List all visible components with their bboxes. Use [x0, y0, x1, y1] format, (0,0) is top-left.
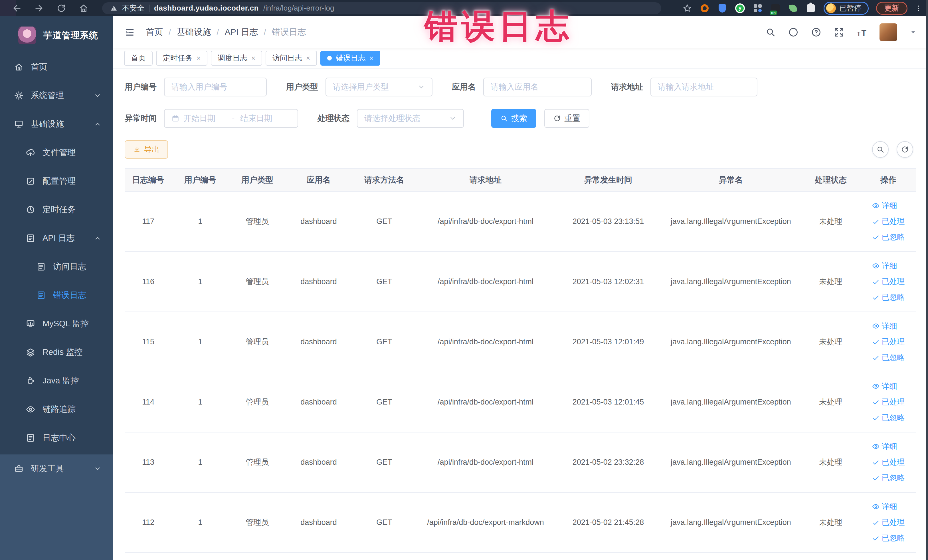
sidebar-item-access-log[interactable]: 访问日志 [0, 252, 113, 281]
sidebar-item-dev-tools[interactable]: 研发工具 [0, 455, 113, 483]
tab-close-icon[interactable]: × [306, 54, 310, 62]
security-label[interactable]: 不安全 [122, 3, 144, 13]
sidebar-item-java-monitor[interactable]: Java 监控 [0, 366, 113, 395]
process-status-select[interactable] [357, 109, 464, 128]
processed-link[interactable]: 已处理 [872, 277, 905, 287]
address-bar[interactable]: 不安全 dashboard.yudao.iocoder.cn/infra/log… [102, 2, 661, 14]
ext-puzzle-icon[interactable] [805, 3, 816, 14]
tab-home[interactable]: 首页 [124, 51, 153, 66]
detail-link[interactable]: 详细 [872, 381, 897, 391]
detail-link[interactable]: 详细 [872, 321, 897, 331]
header-search-icon[interactable] [765, 27, 776, 37]
filter-label: 用户类型 [286, 82, 318, 92]
bookmark-star-icon[interactable] [683, 4, 692, 13]
processed-link[interactable]: 已处理 [872, 217, 905, 226]
sidebar-item-mysql-monitor[interactable]: MySQL 监控 [0, 310, 113, 338]
browser-menu-icon[interactable] [915, 3, 922, 13]
user-id-input-field[interactable] [171, 82, 259, 92]
processed-link[interactable]: 已处理 [872, 337, 905, 347]
browser-reload-icon[interactable] [56, 3, 66, 13]
browser-profile-chip[interactable]: 已暂停 [824, 2, 868, 15]
export-button[interactable]: 导出 [125, 140, 168, 159]
java-icon [26, 376, 35, 385]
tab-close-icon[interactable]: × [197, 54, 200, 62]
ext-ring-icon[interactable] [699, 3, 710, 14]
user-avatar[interactable] [879, 23, 897, 41]
help-icon[interactable] [811, 27, 821, 37]
chevron-up-icon [94, 235, 101, 242]
user-type-select-value[interactable] [333, 82, 414, 92]
sidebar-item-label: 基础设施 [31, 118, 64, 130]
ext-circle-letter-icon[interactable]: y [734, 3, 745, 14]
tab-access-log[interactable]: 访问日志× [266, 51, 317, 66]
ext-shield-icon[interactable] [717, 3, 728, 14]
user-type-select[interactable] [325, 78, 432, 96]
ignored-link[interactable]: 已忽略 [872, 533, 905, 543]
detail-link[interactable]: 详细 [872, 502, 897, 512]
refresh-table-button[interactable] [897, 141, 913, 158]
sidebar-item-home[interactable]: 首页 [0, 53, 113, 81]
sidebar-item-api-log[interactable]: API 日志 [0, 224, 113, 252]
sidebar-item-log-center[interactable]: 日志中心 [0, 424, 113, 452]
app-name-input[interactable] [483, 78, 592, 96]
sidebar-item-config-management[interactable]: 配置管理 [0, 167, 113, 195]
sidebar-item-infrastructure[interactable]: 基础设施 [0, 110, 113, 138]
ext-grid-dots-icon[interactable] [752, 3, 763, 14]
processed-link[interactable]: 已处理 [872, 457, 905, 467]
tab-error-log[interactable]: 错误日志× [321, 51, 380, 66]
breadcrumb-item[interactable]: 首页 [146, 26, 163, 38]
processed-link[interactable]: 已处理 [872, 397, 905, 407]
browser-home-icon[interactable] [79, 3, 89, 13]
layers-icon [26, 348, 35, 357]
tab-schedule-log[interactable]: 调度日志× [211, 51, 262, 66]
fullscreen-icon[interactable] [834, 27, 844, 37]
ext-switch-icon[interactable]: on [770, 3, 781, 14]
start-date-input[interactable] [183, 114, 226, 123]
exception-time-daterange[interactable]: - [164, 109, 298, 128]
ignored-link[interactable]: 已忽略 [872, 352, 905, 363]
breadcrumb-item[interactable]: 基础设施 [177, 26, 211, 38]
url-domain[interactable]: dashboard.yudao.iocoder.cn [154, 4, 259, 12]
tab-scheduled-tasks[interactable]: 定时任务× [156, 51, 208, 66]
request-url-input-field[interactable] [658, 82, 750, 92]
detail-link[interactable]: 详细 [872, 261, 897, 271]
tab-close-icon[interactable]: × [369, 54, 374, 62]
sidebar-item-error-log[interactable]: 错误日志 [0, 281, 113, 310]
detail-link[interactable]: 详细 [872, 442, 897, 452]
request-url-input[interactable] [650, 78, 757, 96]
sidebar-item-label: 访问日志 [53, 261, 86, 272]
search-button[interactable]: 搜索 [491, 109, 536, 128]
reset-button[interactable]: 重置 [544, 109, 589, 128]
browser-back-icon[interactable] [12, 3, 22, 13]
sidebar-item-scheduled-tasks[interactable]: 定时任务 [0, 195, 113, 224]
github-icon[interactable] [788, 27, 798, 37]
ext-leaf-icon[interactable] [788, 3, 798, 14]
end-date-input[interactable] [240, 114, 283, 123]
sidebar-item-system-management[interactable]: 系统管理 [0, 81, 113, 110]
detail-link[interactable]: 详细 [872, 201, 897, 211]
ignored-link[interactable]: 已忽略 [872, 232, 905, 242]
breadcrumb-item[interactable]: API 日志 [225, 26, 258, 38]
processed-link[interactable]: 已处理 [872, 517, 905, 528]
sidebar-toggle-icon[interactable] [124, 26, 136, 38]
process-status-cell: 未处理 [799, 517, 862, 528]
browser-forward-icon[interactable] [34, 3, 44, 13]
ignored-link[interactable]: 已忽略 [872, 473, 905, 483]
app-name-input-field[interactable] [491, 82, 584, 92]
sidebar-item-file-management[interactable]: 文件管理 [0, 138, 113, 167]
sidebar-item-redis-monitor[interactable]: Redis 监控 [0, 338, 113, 366]
font-size-icon[interactable]: TT [857, 27, 867, 37]
browser-scrollbar[interactable] [926, 0, 928, 560]
toggle-search-button[interactable] [872, 141, 888, 158]
process-status-select-value[interactable] [364, 114, 445, 123]
security-warning-icon[interactable] [110, 5, 118, 12]
sidebar-item-trace[interactable]: 链路追踪 [0, 395, 113, 424]
ignored-link[interactable]: 已忽略 [872, 413, 905, 423]
user-menu-caret-icon[interactable] [910, 29, 917, 36]
user-id-input[interactable] [164, 78, 267, 96]
browser-update-button[interactable]: 更新 [876, 2, 907, 15]
url-path[interactable]: /infra/log/api-error-log [263, 4, 334, 12]
tab-close-icon[interactable]: × [251, 54, 255, 62]
ignored-link[interactable]: 已忽略 [872, 292, 905, 302]
app-logo-row[interactable]: 芋道管理系统 [0, 16, 113, 53]
